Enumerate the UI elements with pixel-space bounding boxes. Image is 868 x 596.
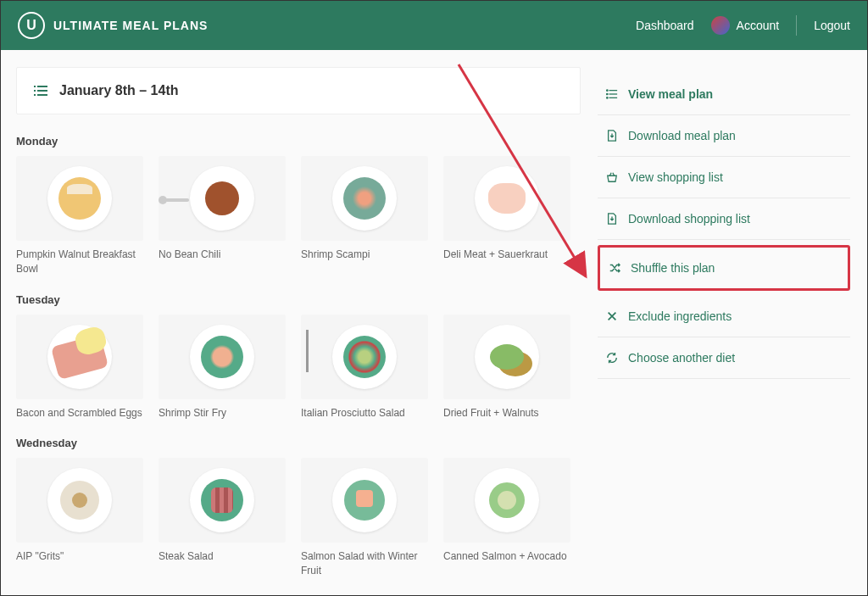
day-wednesday: Wednesday AIP "Grits" Steak Salad Salmon… bbox=[16, 437, 587, 578]
side-shuffle[interactable]: Shuffle this plan bbox=[598, 245, 850, 291]
side-view-plan[interactable]: View meal plan bbox=[598, 74, 850, 115]
svg-point-5 bbox=[607, 97, 608, 98]
meal-card[interactable]: No Bean Chili bbox=[159, 156, 286, 276]
side-download-plan[interactable]: Download meal plan bbox=[598, 115, 850, 157]
close-icon bbox=[606, 310, 618, 322]
nav-divider bbox=[796, 15, 797, 36]
day-monday: Monday Pumpkin Walnut Breakfast Bowl No … bbox=[16, 135, 587, 276]
meal-name: Shrimp Scampi bbox=[301, 248, 428, 262]
meal-name: No Bean Chili bbox=[159, 248, 286, 262]
meal-card[interactable]: Italian Prosciutto Salad bbox=[301, 315, 428, 421]
download-icon bbox=[606, 213, 618, 225]
meal-name: Pumpkin Walnut Breakfast Bowl bbox=[16, 248, 143, 276]
meal-card[interactable]: Bacon and Scrambled Eggs bbox=[16, 315, 143, 421]
side-label: View shopping list bbox=[628, 170, 723, 184]
meal-image bbox=[16, 315, 143, 399]
meal-image bbox=[159, 315, 286, 399]
side-label: Download shopping list bbox=[628, 212, 750, 226]
meal-image bbox=[301, 315, 428, 399]
basket-icon bbox=[606, 171, 618, 183]
meal-card[interactable]: AIP "Grits" bbox=[16, 458, 143, 578]
day-tuesday: Tuesday Bacon and Scrambled Eggs Shrimp … bbox=[16, 293, 587, 421]
meal-plan-content: January 8th – 14th Monday Pumpkin Walnut… bbox=[1, 50, 587, 595]
side-choose-diet[interactable]: Choose another diet bbox=[598, 337, 850, 379]
brand-name: ULTIMATE MEAL PLANS bbox=[53, 19, 208, 32]
refresh-icon bbox=[606, 352, 618, 364]
side-exclude[interactable]: Exclude ingredients bbox=[598, 296, 850, 337]
meal-name: Canned Salmon + Avocado bbox=[443, 549, 570, 564]
list-icon bbox=[606, 88, 618, 100]
meal-row: Bacon and Scrambled Eggs Shrimp Stir Fry… bbox=[16, 315, 581, 421]
meal-name: Salmon Salad with Winter Fruit bbox=[301, 549, 428, 578]
date-range: January 8th – 14th bbox=[59, 83, 179, 98]
meal-row: AIP "Grits" Steak Salad Salmon Salad wit… bbox=[16, 458, 581, 578]
meal-image bbox=[159, 458, 286, 543]
meal-row: Pumpkin Walnut Breakfast Bowl No Bean Ch… bbox=[16, 156, 581, 276]
meal-image bbox=[16, 156, 143, 241]
side-label: Shuffle this plan bbox=[631, 261, 715, 275]
meal-name: Steak Salad bbox=[159, 549, 286, 564]
nav-dashboard[interactable]: Dashboard bbox=[636, 19, 694, 32]
side-label: Exclude ingredients bbox=[628, 309, 732, 323]
meal-image bbox=[301, 156, 428, 241]
side-label: Choose another diet bbox=[628, 351, 735, 365]
meal-card[interactable]: Deli Meat + Sauerkraut bbox=[443, 156, 570, 276]
svg-point-3 bbox=[607, 90, 608, 91]
meal-name: Dried Fruit + Walnuts bbox=[443, 406, 570, 421]
meal-name: Deli Meat + Sauerkraut bbox=[443, 248, 570, 262]
meal-card[interactable]: Shrimp Scampi bbox=[301, 156, 428, 276]
side-download-list[interactable]: Download shopping list bbox=[598, 198, 850, 240]
app-header: U ULTIMATE MEAL PLANS Dashboard Account … bbox=[1, 1, 867, 50]
meal-name: AIP "Grits" bbox=[16, 549, 143, 564]
side-view-list[interactable]: View shopping list bbox=[598, 157, 850, 198]
meal-image bbox=[16, 458, 143, 543]
main-content: January 8th – 14th Monday Pumpkin Walnut… bbox=[1, 50, 867, 595]
meal-card[interactable]: Steak Salad bbox=[159, 458, 286, 578]
nav-logout[interactable]: Logout bbox=[814, 19, 850, 32]
svg-point-4 bbox=[607, 93, 608, 94]
logo-icon: U bbox=[18, 12, 45, 39]
meal-image bbox=[443, 315, 570, 399]
list-icon bbox=[34, 86, 47, 96]
side-label: View meal plan bbox=[628, 87, 713, 101]
side-label: Download meal plan bbox=[628, 129, 736, 142]
meal-image bbox=[159, 156, 286, 241]
meal-image bbox=[301, 458, 428, 543]
meal-image bbox=[443, 458, 570, 543]
meal-card[interactable]: Salmon Salad with Winter Fruit bbox=[301, 458, 428, 578]
meal-card[interactable]: Shrimp Stir Fry bbox=[159, 315, 286, 421]
day-label: Wednesday bbox=[16, 437, 581, 449]
meal-card[interactable]: Dried Fruit + Walnuts bbox=[443, 315, 570, 421]
meal-name: Shrimp Stir Fry bbox=[159, 406, 286, 421]
meal-card[interactable]: Pumpkin Walnut Breakfast Bowl bbox=[16, 156, 143, 276]
nav-account[interactable]: Account bbox=[711, 16, 780, 35]
action-sidebar: View meal plan Download meal plan View s… bbox=[587, 50, 867, 595]
nav-account-label: Account bbox=[737, 19, 780, 32]
download-icon bbox=[606, 130, 618, 142]
meal-card[interactable]: Canned Salmon + Avocado bbox=[443, 458, 570, 578]
meal-name: Italian Prosciutto Salad bbox=[301, 406, 428, 421]
meal-name: Bacon and Scrambled Eggs bbox=[16, 406, 143, 421]
logo[interactable]: U ULTIMATE MEAL PLANS bbox=[18, 12, 208, 39]
avatar bbox=[711, 16, 730, 35]
date-header: January 8th – 14th bbox=[16, 67, 581, 114]
day-label: Monday bbox=[16, 135, 581, 148]
meal-image bbox=[443, 156, 570, 241]
day-label: Tuesday bbox=[16, 293, 581, 306]
top-nav: Dashboard Account Logout bbox=[636, 15, 850, 36]
shuffle-icon bbox=[609, 262, 620, 274]
